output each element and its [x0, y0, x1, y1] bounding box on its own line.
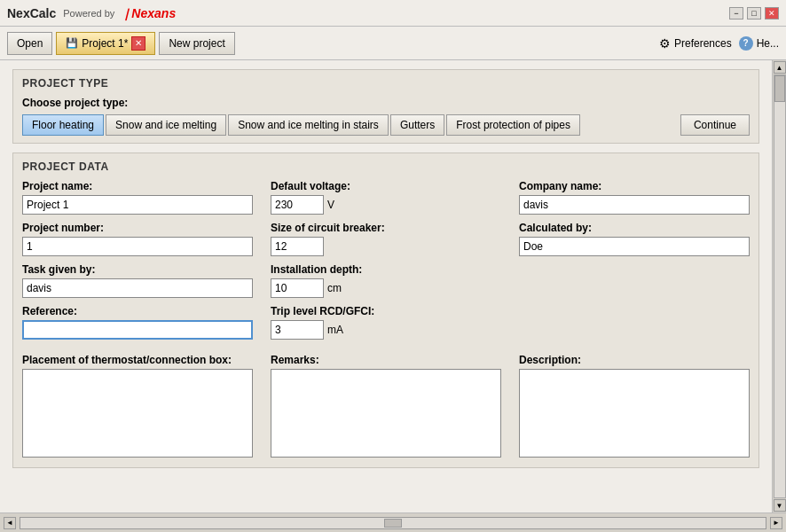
project-type-title: PROJECT TYPE [22, 77, 750, 90]
company-name-input[interactable] [519, 195, 750, 215]
restore-button[interactable]: □ [747, 7, 761, 20]
scroll-track [774, 74, 786, 498]
task-given-by-input[interactable] [22, 278, 253, 298]
calculated-by-input[interactable] [519, 237, 750, 256]
reference-label: Reference: [22, 305, 253, 317]
tab-floor-heating[interactable]: Floor heating [22, 114, 104, 136]
project-number-label: Project number: [22, 222, 253, 234]
project-name-label: Project name: [22, 180, 253, 192]
remarks-textarea[interactable] [271, 369, 501, 458]
tab-snow-ice[interactable]: Snow and ice melting [106, 114, 226, 136]
preferences-button[interactable]: ⚙ Preferences [659, 36, 732, 51]
trip-level-input[interactable] [271, 320, 324, 340]
depth-unit: cm [327, 282, 342, 294]
description-label: Description: [519, 354, 750, 366]
project-data-title: PROJECT DATA [22, 160, 750, 173]
scroll-down-button[interactable]: ▼ [774, 499, 786, 512]
help-icon: ? [739, 36, 753, 51]
circuit-breaker-label: Size of circuit breaker: [271, 222, 501, 234]
nexans-logo: ❘Nexans [122, 6, 176, 20]
project-name-input[interactable] [22, 195, 253, 215]
scroll-up-button[interactable]: ▲ [774, 61, 786, 74]
continue-button[interactable]: Continue [680, 114, 750, 136]
project-tab[interactable]: 💾 Project 1* ✕ [56, 32, 155, 55]
calculated-by-label: Calculated by: [519, 222, 750, 234]
remarks-label: Remarks: [271, 354, 501, 366]
installation-depth-label: Installation depth: [271, 263, 501, 276]
tab-snow-ice-stairs[interactable]: Snow and ice melting in stairs [228, 114, 389, 136]
task-given-by-label: Task given by: [22, 263, 253, 276]
close-tab-button[interactable]: ✕ [131, 36, 145, 51]
choose-type-label: Choose project type: [22, 97, 750, 109]
project-number-input[interactable] [22, 237, 253, 256]
minimize-button[interactable]: − [729, 7, 743, 20]
company-name-label: Company name: [519, 180, 750, 192]
tab-frost-pipes[interactable]: Frost protection of pipes [446, 114, 580, 136]
horizontal-scrollbar[interactable] [20, 517, 766, 529]
scroll-right-button[interactable]: ► [770, 517, 782, 529]
help-button[interactable]: ? He... [739, 36, 779, 51]
scroll-thumb[interactable] [774, 75, 785, 102]
gear-icon: ⚙ [659, 36, 671, 51]
powered-by-label: Powered by [63, 8, 114, 19]
open-button[interactable]: Open [7, 32, 52, 55]
h-scroll-thumb[interactable] [384, 519, 402, 528]
voltage-unit: V [327, 199, 334, 211]
trip-level-label: Trip level RCD/GFCI: [271, 305, 501, 317]
save-icon: 💾 [66, 37, 78, 49]
app-title: NexCalc [7, 6, 56, 20]
tab-gutters[interactable]: Gutters [390, 114, 444, 136]
new-project-button[interactable]: New project [159, 32, 234, 55]
installation-depth-input[interactable] [271, 278, 324, 298]
scroll-left-button[interactable]: ◄ [4, 517, 16, 529]
trip-unit: mA [327, 324, 343, 336]
thermostat-textarea[interactable] [22, 369, 253, 458]
description-textarea[interactable] [519, 369, 750, 458]
reference-input[interactable] [22, 320, 253, 340]
close-button[interactable]: ✕ [765, 7, 779, 20]
default-voltage-label: Default voltage: [271, 180, 501, 192]
default-voltage-input[interactable] [271, 195, 324, 215]
circuit-breaker-input[interactable] [271, 237, 324, 256]
thermostat-label: Placement of thermostat/connection box: [22, 354, 253, 366]
